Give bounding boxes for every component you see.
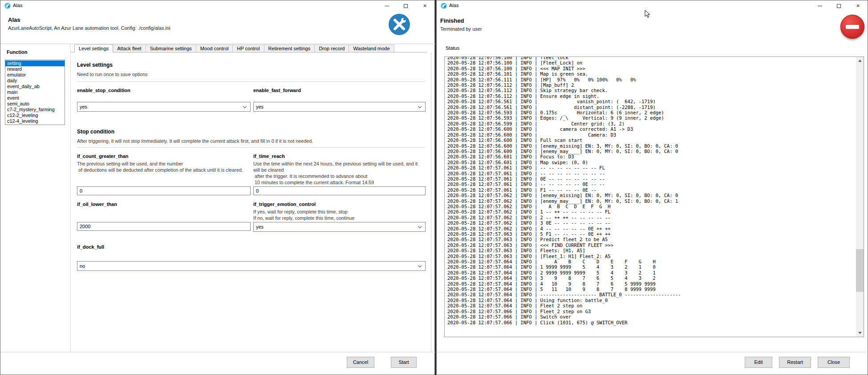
- function-item-event[interactable]: event: [5, 95, 65, 101]
- footer-divider: [0, 352, 435, 352]
- desc-if_count_greater_than: The previous setting will be used, and t…: [77, 161, 243, 173]
- function-item-emulator[interactable]: emulator: [5, 72, 65, 78]
- function-item-c12-4_leveling[interactable]: c12-4_leveling: [5, 118, 65, 124]
- label-if_oil_lower_than: if_oil_lower_than: [77, 202, 117, 207]
- stop-sign-icon: [840, 15, 864, 39]
- label-if_time_reach: if_time_reach: [253, 153, 285, 159]
- label-if_trigger_emotion_control: if_trigger_emotion_control: [253, 202, 316, 207]
- page-title: Alas: [8, 16, 20, 23]
- sidebar-divider: [70, 44, 71, 352]
- tab-drop-record[interactable]: Drop record: [314, 44, 349, 52]
- window-title: Alas: [13, 3, 22, 8]
- log-text: 2020-05-28 12:07:56.100 | INFO | fleet_l…: [445, 56, 864, 325]
- edit-button[interactable]: Edit: [745, 357, 772, 368]
- section-desc-stop-condition: After triggering, it will not stop immed…: [77, 138, 313, 144]
- close-button[interactable]: ×: [848, 0, 868, 11]
- function-item-c7-2_mystery_farming[interactable]: c7-2_mystery_farming: [5, 107, 65, 113]
- chevron-down-icon: [418, 225, 422, 228]
- alas-app-icon: [4, 3, 11, 9]
- function-item-setting[interactable]: setting: [5, 60, 65, 66]
- tab-level-settings[interactable]: Level settings: [74, 44, 113, 52]
- section-title-level-settings: Level settings: [77, 62, 113, 68]
- alas-logo-icon: [389, 14, 410, 35]
- titlebar: Alas ×: [437, 0, 868, 11]
- function-item-event_daily_ab[interactable]: event_daily_ab: [5, 84, 65, 89]
- screen: Alas × Alas AzurLaneAutoScript, An Azur …: [0, 0, 868, 375]
- log-view[interactable]: 2020-05-28 12:07:56.100 | INFO | fleet_l…: [444, 56, 864, 337]
- function-item-main[interactable]: main: [5, 89, 65, 95]
- mouse-cursor: [645, 10, 651, 19]
- label-enable_fast_forward: enable_fast_forward: [253, 88, 301, 93]
- maximize-button[interactable]: [396, 0, 415, 11]
- form-divider-2: [77, 147, 426, 148]
- desc-if_trigger_emotion_control: If yes, wait for reply, complete this ti…: [253, 209, 354, 221]
- alas-run-window: Alas × Finished Terminated by user Statu…: [436, 0, 868, 375]
- function-list[interactable]: settingrewardemulatordailyevent_daily_ab…: [5, 60, 65, 125]
- enable_fast_forward-value: yes: [256, 104, 264, 109]
- cancel-button[interactable]: Cancel: [347, 357, 374, 368]
- enable_stop_condition-select[interactable]: yes: [77, 102, 251, 112]
- chevron-down-icon: [418, 105, 422, 108]
- window-title: Alas: [449, 3, 458, 8]
- scrollbar-thumb[interactable]: [856, 249, 864, 292]
- restart-button[interactable]: Restart: [779, 357, 811, 368]
- titlebar: Alas ×: [0, 0, 434, 11]
- scrollbar-down-button[interactable]: [856, 329, 864, 337]
- enable_stop_condition-value: yes: [80, 104, 87, 109]
- close-action-button[interactable]: Close: [818, 357, 850, 368]
- if_dock_full-value: no: [80, 263, 85, 269]
- function-item-semi_auto[interactable]: semi_auto: [5, 101, 65, 107]
- if_trigger_emotion_control-select[interactable]: yes: [253, 222, 426, 232]
- if_dock_full-select[interactable]: no: [77, 261, 426, 271]
- function-item-daily[interactable]: daily: [5, 78, 65, 84]
- chevron-down-icon: [243, 105, 247, 108]
- function-item-reward[interactable]: reward: [5, 66, 65, 72]
- log-scrollbar[interactable]: [856, 57, 864, 337]
- tab-submarine-settings[interactable]: Submarine settings: [146, 44, 196, 52]
- page-subtitle: AzurLaneAutoScript, An Azur Lane automat…: [8, 25, 170, 31]
- enable_fast_forward-select[interactable]: yes: [253, 102, 426, 112]
- if_trigger_emotion_control-value: yes: [256, 224, 264, 230]
- footer-divider: [437, 352, 868, 352]
- tab-mood-control[interactable]: Mood control: [196, 44, 233, 52]
- maximize-button[interactable]: [829, 0, 848, 11]
- if_oil_lower_than-input[interactable]: [77, 222, 251, 231]
- label-enable_stop_condition: enable_stop_condition: [77, 88, 130, 93]
- function-item-c12-2_leveling[interactable]: c12-2_leveling: [5, 113, 65, 118]
- form-divider-1: [77, 81, 426, 82]
- start-button[interactable]: Start: [391, 357, 417, 368]
- tab-bar: Level settingsAttack fleetSubmarine sett…: [71, 44, 427, 52]
- status-subtitle: Terminated by user: [440, 26, 482, 32]
- status-title: Finished: [440, 17, 464, 24]
- desc-if_time_reach: Use the time within the next 24 hours, t…: [253, 161, 418, 185]
- tab-attack-fleet[interactable]: Attack fleet: [113, 44, 146, 52]
- function-label: Function: [7, 49, 27, 55]
- label-if_dock_full: if_dock_full: [77, 244, 104, 250]
- pane-right-border: [431, 52, 431, 352]
- scrollbar-up-button[interactable]: [856, 57, 864, 65]
- tab-wasteland-mode[interactable]: Wasteland mode: [349, 44, 394, 52]
- header-divider: [0, 44, 435, 44]
- status-group-label: Status: [446, 45, 459, 51]
- section-desc-level-settings: Need to run once to save options: [77, 72, 147, 77]
- section-title-stop-condition: Stop condition: [77, 129, 114, 135]
- close-button[interactable]: ×: [415, 0, 434, 11]
- tab-retirement-settings[interactable]: Retirement settings: [264, 44, 315, 52]
- if_count_greater_than-input[interactable]: [77, 186, 251, 195]
- chevron-down-icon: [418, 264, 422, 267]
- tab-hp-control[interactable]: HP control: [232, 44, 264, 52]
- minimize-button[interactable]: [377, 0, 396, 11]
- alas-app-icon: [441, 3, 447, 9]
- if_time_reach-input[interactable]: [253, 186, 426, 195]
- alas-config-window: Alas × Alas AzurLaneAutoScript, An Azur …: [0, 0, 435, 375]
- label-if_count_greater_than: if_count_greater_than: [77, 153, 129, 159]
- minimize-button[interactable]: [810, 0, 829, 11]
